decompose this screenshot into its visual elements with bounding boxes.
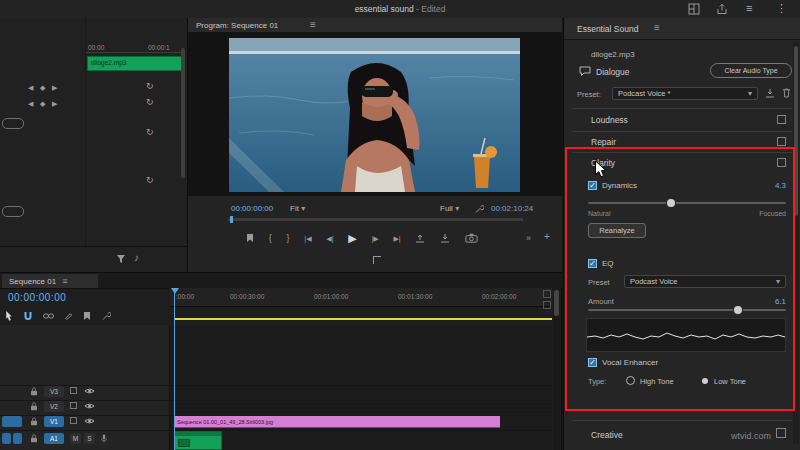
timeline-option-box[interactable] bbox=[543, 301, 551, 309]
workspace-icon[interactable] bbox=[688, 3, 700, 15]
repair-checkbox[interactable] bbox=[777, 137, 786, 146]
lock-icon[interactable] bbox=[30, 387, 38, 396]
kf-next-icon[interactable]: ▶ bbox=[52, 100, 57, 107]
settings-wrench-icon[interactable] bbox=[474, 204, 484, 214]
ruler-label: 00:02:00:00 bbox=[482, 293, 516, 300]
mute-button[interactable]: M bbox=[70, 433, 81, 444]
filter-funnel-icon[interactable] bbox=[116, 254, 126, 264]
mini-ruler-line[interactable] bbox=[86, 52, 184, 53]
voiceover-mic-icon[interactable] bbox=[100, 433, 108, 444]
preset-label: Preset: bbox=[577, 90, 601, 99]
extract-button[interactable] bbox=[440, 233, 450, 243]
sync-lock-icon[interactable] bbox=[70, 387, 77, 394]
track-label-v2[interactable]: V2 bbox=[44, 401, 64, 412]
eye-icon[interactable] bbox=[84, 417, 95, 425]
fader-pill[interactable] bbox=[2, 118, 24, 129]
panel-title[interactable]: Essential Sound bbox=[577, 24, 638, 34]
button-editor-plus-icon[interactable]: + bbox=[544, 232, 550, 242]
reset-param-icon[interactable]: ↻ bbox=[146, 128, 154, 137]
loudness-checkbox[interactable] bbox=[777, 115, 786, 124]
video-clip-pink[interactable]: Sequence 01.00_01_49_28.Still003.jpg bbox=[174, 416, 500, 428]
more-buttons-icon[interactable]: » bbox=[526, 234, 531, 243]
kf-prev-icon[interactable]: ◀ bbox=[28, 84, 33, 91]
timeline-scrollbar[interactable] bbox=[553, 288, 560, 450]
pen-tool-icon[interactable] bbox=[64, 311, 73, 320]
creative-checkbox[interactable] bbox=[776, 428, 786, 438]
delete-preset-trash-icon[interactable] bbox=[782, 87, 791, 98]
audio-clip-green[interactable] bbox=[174, 431, 222, 450]
preset-dropdown-value: Podcast Voice * bbox=[618, 89, 671, 98]
program-timecode[interactable]: 00:00:00:00 bbox=[231, 204, 273, 213]
sync-lock-icon[interactable] bbox=[70, 402, 77, 409]
panel-menu-icon[interactable]: ≡ bbox=[62, 277, 67, 286]
sequence-tab[interactable]: Sequence 01 ≡ bbox=[2, 274, 98, 288]
mouse-cursor bbox=[594, 160, 607, 179]
track-label-v3[interactable]: V3 bbox=[44, 386, 64, 397]
lock-icon[interactable] bbox=[30, 434, 38, 443]
reset-param-icon[interactable]: ↻ bbox=[146, 98, 154, 107]
add-marker-button[interactable] bbox=[246, 233, 254, 243]
reset-param-icon[interactable]: ↻ bbox=[146, 82, 154, 91]
kf-next-icon[interactable]: ▶ bbox=[52, 84, 57, 91]
program-tab[interactable]: Program: Sequence 01 bbox=[196, 21, 278, 30]
play-button[interactable]: ▶ bbox=[348, 233, 356, 244]
kf-prev-icon[interactable]: ◀ bbox=[28, 100, 33, 107]
chevron-down-icon: ▾ bbox=[455, 204, 459, 213]
timeline-timecode[interactable]: 00:00:00:00 bbox=[8, 292, 66, 303]
audio-note-icon[interactable]: ♪ bbox=[134, 253, 139, 263]
eye-icon[interactable] bbox=[84, 387, 95, 395]
eye-icon[interactable] bbox=[84, 402, 95, 410]
solo-button[interactable]: S bbox=[84, 433, 95, 444]
source-audio-clip[interactable]: diloge2.mp3 bbox=[87, 56, 183, 71]
track-label-v1[interactable]: V1 bbox=[44, 416, 64, 427]
section-repair[interactable]: Repair bbox=[591, 137, 616, 147]
menu-icon[interactable]: ≡ bbox=[746, 3, 752, 14]
step-forward-button[interactable]: |▶ bbox=[372, 235, 379, 242]
share-export-icon[interactable] bbox=[716, 3, 728, 15]
fader-pill[interactable] bbox=[2, 206, 24, 217]
export-frame-camera-button[interactable] bbox=[465, 233, 478, 243]
ruler-label: 00:01:30:00 bbox=[398, 293, 432, 300]
source-patch-a1[interactable] bbox=[2, 433, 11, 444]
goto-in-button[interactable]: |◀ bbox=[304, 235, 311, 242]
program-scrubber[interactable] bbox=[228, 218, 523, 221]
playhead[interactable] bbox=[174, 288, 175, 450]
kf-add-icon[interactable]: ◆ bbox=[40, 84, 45, 91]
timeline-option-box[interactable] bbox=[543, 290, 551, 298]
save-preset-icon[interactable] bbox=[765, 88, 775, 98]
linked-selection-icon[interactable] bbox=[43, 312, 54, 320]
mark-out-button[interactable]: } bbox=[287, 234, 290, 243]
fit-dropdown[interactable]: Fit ▾ bbox=[290, 204, 305, 213]
transport-controls: { } |◀ ◀| ▶ |▶ ▶| bbox=[246, 230, 478, 246]
lift-button[interactable] bbox=[415, 233, 425, 243]
goto-out-button[interactable]: ▶| bbox=[393, 235, 400, 242]
timeline-settings-wrench-icon[interactable] bbox=[101, 311, 111, 321]
work-area-bar bbox=[174, 318, 552, 320]
track-label-a1[interactable]: A1 bbox=[44, 433, 64, 444]
preset-dropdown[interactable]: Podcast Voice * ▾ bbox=[612, 87, 758, 100]
kf-add-icon[interactable]: ◆ bbox=[40, 100, 45, 107]
panel-menu-icon[interactable]: ≡ bbox=[310, 20, 316, 30]
program-playhead[interactable] bbox=[230, 216, 233, 223]
marker-icon[interactable] bbox=[83, 311, 91, 321]
step-back-button[interactable]: ◀| bbox=[326, 235, 333, 242]
lock-icon[interactable] bbox=[30, 417, 38, 426]
source-scrollbar[interactable] bbox=[181, 48, 185, 178]
playback-resolution-dropdown[interactable]: Full ▾ bbox=[440, 204, 459, 213]
source-patch-v1[interactable] bbox=[2, 416, 22, 427]
source-patch-a1b[interactable] bbox=[13, 433, 22, 444]
playhead-head[interactable] bbox=[171, 288, 179, 294]
panel-menu-icon[interactable]: ≡ bbox=[654, 23, 660, 33]
reset-param-icon[interactable]: ↻ bbox=[146, 176, 154, 185]
section-loudness[interactable]: Loudness bbox=[591, 115, 628, 125]
snap-magnet-icon[interactable] bbox=[23, 311, 33, 321]
lock-icon[interactable] bbox=[30, 402, 38, 411]
clear-audio-type-button[interactable]: Clear Audio Type bbox=[710, 63, 792, 78]
watermark: wtvid.com bbox=[731, 431, 771, 441]
mark-in-button[interactable]: { bbox=[269, 234, 272, 243]
selection-tool-icon[interactable] bbox=[5, 310, 13, 321]
kebab-menu-icon[interactable]: ⋮ bbox=[776, 3, 787, 14]
timeline-scrollbar-thumb[interactable] bbox=[554, 290, 559, 316]
section-creative[interactable]: Creative bbox=[591, 430, 623, 440]
sync-lock-icon[interactable] bbox=[70, 417, 77, 424]
